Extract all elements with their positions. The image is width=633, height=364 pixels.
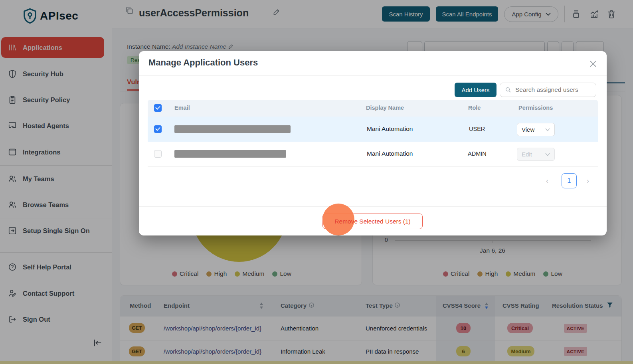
col-display-name: Display Name: [366, 105, 404, 111]
display-name-cell: Mani Automation: [367, 150, 413, 157]
role-cell: ADMIN: [468, 150, 487, 157]
display-name-cell: Mani Automation: [367, 125, 413, 133]
permission-select[interactable]: View: [517, 123, 555, 136]
redacted-email: [174, 125, 291, 133]
col-role: Role: [468, 105, 481, 111]
permission-value: View: [522, 126, 534, 133]
modal-table-header: Email Display Name Role Permissions: [148, 100, 598, 117]
row-checkbox[interactable]: [154, 125, 162, 133]
remove-button-label: Remove Selected Users (1): [334, 218, 410, 225]
search-icon: [505, 87, 511, 93]
pagination-next[interactable]: ›: [587, 177, 589, 185]
search-assigned-users: [500, 83, 596, 97]
pagination-prev[interactable]: ‹: [546, 177, 548, 185]
remove-selected-users-button[interactable]: Remove Selected Users (1): [322, 214, 423, 229]
permission-select-disabled: Edit: [517, 148, 555, 161]
select-all-checkbox[interactable]: [154, 104, 162, 112]
col-permissions: Permissions: [518, 105, 553, 111]
modal-title: Manage Application Users: [148, 57, 258, 68]
role-cell: USER: [469, 126, 485, 132]
search-input[interactable]: [514, 86, 588, 94]
chevron-down-icon: [545, 128, 550, 131]
user-row[interactable]: Mani Automation ADMIN Edit: [148, 142, 598, 167]
add-users-button[interactable]: Add Users: [455, 83, 497, 97]
modal-footer-divider: [139, 206, 607, 207]
row-checkbox[interactable]: [154, 150, 162, 158]
chevron-down-icon: [545, 153, 550, 156]
manage-users-modal: Manage Application Users Add Users Email…: [139, 51, 607, 235]
permission-value: Edit: [522, 151, 532, 158]
user-row[interactable]: Mani Automation USER View: [148, 117, 598, 142]
close-icon: [588, 59, 598, 69]
redacted-email: [174, 150, 286, 158]
pagination-page-1[interactable]: 1: [562, 173, 577, 188]
app-window: APIsec Applications Security Hub Securit…: [0, 0, 633, 364]
modal-divider: [139, 75, 607, 76]
modal-close-button[interactable]: [587, 57, 599, 72]
col-email: Email: [174, 105, 190, 111]
